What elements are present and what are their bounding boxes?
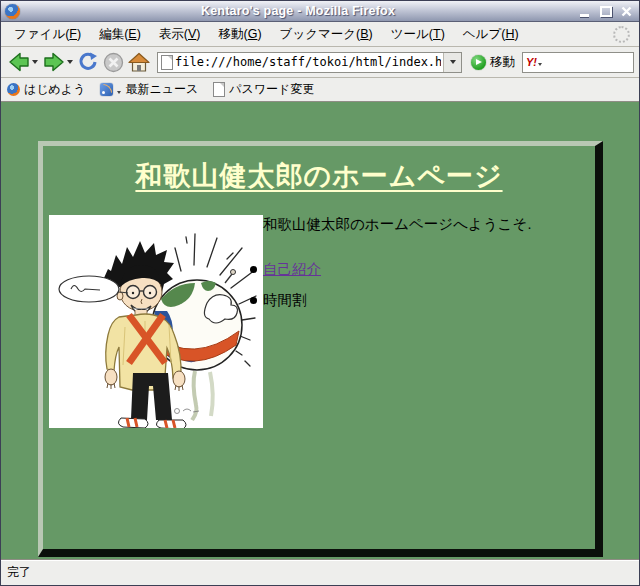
stop-icon xyxy=(103,52,124,73)
minimize-icon xyxy=(580,14,589,17)
status-bar: 完了 xyxy=(1,559,639,585)
kentaro-cartoon-image xyxy=(49,215,263,428)
forward-icon xyxy=(42,51,66,73)
menu-view[interactable]: 表示(V) xyxy=(150,23,210,46)
throbber-icon xyxy=(613,26,630,43)
close-button[interactable] xyxy=(618,4,635,19)
menu-file[interactable]: ファイル(F) xyxy=(5,23,90,46)
reload-button[interactable] xyxy=(76,50,100,74)
menu-bookmarks[interactable]: ブックマーク(B) xyxy=(271,23,382,46)
bookmarks-toolbar: はじめよう 最新ニュース パスワード変更 xyxy=(1,78,639,102)
menu-bar: ファイル(F) 編集(E) 表示(V) 移動(G) ブックマーク(B) ツール(… xyxy=(1,22,639,47)
go-button-label: 移動 xyxy=(490,54,515,71)
status-text: 完了 xyxy=(7,564,31,581)
forward-dropdown-icon[interactable] xyxy=(67,60,73,64)
chevron-down-icon xyxy=(117,91,121,94)
forward-button[interactable] xyxy=(41,50,74,74)
back-button[interactable] xyxy=(6,50,39,74)
bookmark-label: 最新ニュース xyxy=(125,81,198,98)
reload-icon xyxy=(77,51,99,73)
url-history-dropdown-button[interactable] xyxy=(443,53,461,72)
menu-edit[interactable]: 編集(E) xyxy=(90,23,150,46)
search-engine-dropdown-icon[interactable] xyxy=(538,63,542,66)
firefox-icon xyxy=(7,83,20,96)
search-input[interactable] xyxy=(543,55,630,69)
title-bar: Kentaro's page - Mozilla Firefox xyxy=(1,1,639,22)
page-title: 和歌山健太郎のホームページ xyxy=(49,158,589,194)
url-input[interactable] xyxy=(173,55,443,69)
chevron-down-icon xyxy=(450,60,456,64)
stop-button xyxy=(102,51,125,74)
content-box: 和歌山健太郎のホームページ xyxy=(38,141,603,557)
home-button[interactable] xyxy=(127,51,151,74)
firefox-icon xyxy=(5,4,20,19)
bookmark-label: パスワード変更 xyxy=(229,81,314,98)
back-icon xyxy=(7,51,31,73)
close-icon xyxy=(621,6,632,17)
minimize-button[interactable] xyxy=(576,4,593,19)
rss-livemark-icon xyxy=(100,83,113,96)
back-dropdown-icon[interactable] xyxy=(32,60,38,64)
bookmark-label: はじめよう xyxy=(24,81,85,98)
page-proxy-icon[interactable] xyxy=(161,55,173,70)
list-item-timetable: 時間割 xyxy=(263,292,307,308)
menu-help[interactable]: ヘルプ(H) xyxy=(454,23,528,46)
browser-window: Kentaro's page - Mozilla Firefox ファイル(F)… xyxy=(0,0,640,586)
menu-tools[interactable]: ツール(T) xyxy=(382,23,454,46)
link-self-introduction[interactable]: 自己紹介 xyxy=(263,261,321,277)
bookmark-getting-started[interactable]: はじめよう xyxy=(7,81,85,98)
url-bar xyxy=(157,52,462,73)
maximize-icon xyxy=(600,6,612,17)
bookmark-latest-news[interactable]: 最新ニュース xyxy=(100,81,198,98)
home-icon xyxy=(128,52,150,73)
navigation-toolbar: 移動 Y! xyxy=(1,47,639,78)
window-title: Kentaro's page - Mozilla Firefox xyxy=(24,4,572,18)
maximize-button[interactable] xyxy=(597,4,614,19)
bookmark-password-change[interactable]: パスワード変更 xyxy=(213,81,314,98)
menu-go[interactable]: 移動(G) xyxy=(210,23,271,46)
go-icon xyxy=(471,55,486,70)
search-box: Y! xyxy=(522,52,634,73)
search-engine-icon[interactable]: Y! xyxy=(526,57,537,68)
page-icon xyxy=(213,82,225,97)
page-viewport: 和歌山健太郎のホームページ xyxy=(1,102,639,559)
go-button[interactable]: 移動 xyxy=(469,54,520,71)
